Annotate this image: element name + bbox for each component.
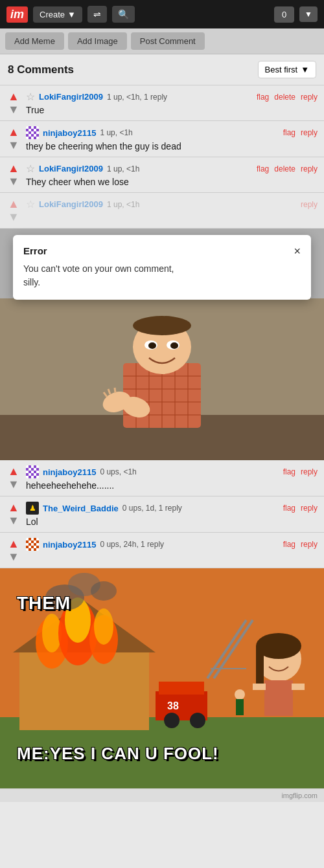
comment-text: heheeheehehehe.......: [26, 480, 318, 491]
vote-up-button[interactable]: ▲: [8, 91, 19, 102]
comment-meta: ninjaboy2115 0 ups, <1h flag reply: [26, 465, 318, 478]
vote-down-button[interactable]: ▼: [8, 478, 19, 490]
reply-link[interactable]: reply: [301, 540, 318, 549]
vote-down-button[interactable]: ▼: [8, 515, 19, 526]
meme-image-1: [0, 298, 324, 460]
comment-stats: 0 ups, 24h, 1 reply: [100, 540, 279, 549]
close-modal-button[interactable]: ×: [294, 245, 301, 257]
vote-column: ▲ ▼: [6, 538, 21, 562]
svg-point-17: [148, 342, 156, 349]
avatar: [26, 465, 39, 478]
comment-actions: flag reply: [283, 467, 318, 476]
comment-actions: flag reply: [283, 128, 318, 137]
comment-body: ☆ LokiFangirl2009 1 up, <1h reply: [26, 198, 318, 212]
svg-point-18: [170, 342, 178, 349]
error-message: You can't vote on your own comment,silly…: [23, 262, 301, 289]
username[interactable]: ninjaboy2115: [43, 128, 96, 138]
vote-column: ▲ ▼: [6, 502, 21, 526]
search-button[interactable]: 🔍: [112, 6, 135, 23]
vote-column: ▲ ▼: [6, 465, 21, 490]
vote-down-button[interactable]: ▼: [8, 139, 19, 151]
comment-meta: ☆ LokiFangirl2009 1 up, <1h flag delete …: [26, 162, 318, 175]
comment-text: Lol: [26, 517, 318, 527]
vote-column: ▲ ▼: [6, 126, 21, 151]
username[interactable]: LokiFangirl2009: [39, 92, 103, 102]
svg-line-23: [115, 388, 115, 393]
comment-item: ▲ ▼ ninjaboy2115 0 ups, 24h, 1 reply fla…: [0, 533, 324, 568]
vote-up-button[interactable]: ▲: [8, 465, 19, 477]
vote-down-button[interactable]: ▼: [8, 551, 19, 562]
reply-link[interactable]: reply: [301, 467, 318, 476]
username[interactable]: ninjaboy2115: [43, 467, 96, 477]
delete-link[interactable]: delete: [274, 164, 295, 173]
comment-body: ☆ LokiFangirl2009 1 up, <1h flag delete …: [26, 162, 318, 187]
add-meme-button[interactable]: Add Meme: [5, 32, 64, 50]
post-comment-button[interactable]: Post Comment: [131, 32, 205, 50]
vote-column: ▲ ▼: [6, 91, 21, 115]
delete-link[interactable]: delete: [274, 93, 295, 102]
username[interactable]: The_Weird_Baddie: [43, 504, 119, 513]
flag-link[interactable]: flag: [283, 540, 295, 549]
modal-area: ▲ ▼ ☆ LokiFangirl2009 1 up, <1h reply Er…: [0, 193, 324, 298]
vote-down-button[interactable]: ▼: [8, 175, 19, 187]
vote-up-button[interactable]: ▲: [8, 162, 19, 174]
avatar: [26, 126, 39, 139]
comment-actions: reply: [301, 200, 318, 209]
comment-stats: 0 ups, 1d, 1 reply: [122, 504, 279, 513]
vote-up-button[interactable]: ▲: [8, 538, 19, 550]
comment-actions: flag reply: [283, 504, 318, 513]
flag-link[interactable]: flag: [257, 93, 269, 102]
comment-actions: flag reply: [283, 540, 318, 549]
logo: im: [6, 6, 28, 23]
username: LokiFangirl2009: [39, 199, 103, 209]
create-button[interactable]: Create ▼: [33, 6, 82, 23]
avatar: ☆: [26, 91, 35, 103]
comment-actions: flag delete reply: [257, 93, 318, 102]
vote-up-button[interactable]: ▲: [8, 126, 19, 138]
comment-body: ninjaboy2115 1 up, <1h flag reply they b…: [26, 126, 318, 151]
comments-count: 8 Comments: [8, 63, 258, 76]
meme-top-label: THEM: [17, 593, 307, 614]
flag-link[interactable]: flag: [283, 504, 295, 513]
vote-up-button[interactable]: ▲: [8, 198, 19, 210]
flag-link[interactable]: flag: [283, 128, 295, 137]
comment-item: ▲ ▼ ninjaboy2115 0 ups, <1h flag reply h…: [0, 460, 324, 496]
error-title: Error: [23, 245, 47, 256]
reply-link[interactable]: reply: [301, 164, 318, 173]
username[interactable]: LokiFangirl2009: [39, 164, 103, 173]
meme-bottom-label: ME:YES I CAN U FOOL!: [17, 744, 307, 764]
flag-link[interactable]: flag: [257, 164, 269, 173]
meme1-svg: [0, 298, 324, 460]
comment-text: True: [26, 105, 318, 115]
imgflip-watermark: imgflip.com: [0, 788, 324, 802]
shuffle-button[interactable]: ⇌: [87, 6, 107, 23]
reply-link[interactable]: reply: [301, 93, 318, 102]
reply-link[interactable]: reply: [301, 504, 318, 513]
username[interactable]: ninjaboy2115: [43, 540, 96, 550]
svg-point-14: [133, 316, 191, 335]
avatar: [26, 538, 39, 551]
comments-header: 8 Comments Best first ▼: [0, 54, 324, 85]
reply-link[interactable]: reply: [301, 128, 318, 137]
comment-actions: flag delete reply: [257, 164, 318, 173]
vote-column: ▲ ▼: [6, 198, 21, 223]
vote-up-button[interactable]: ▲: [8, 502, 19, 513]
sort-icon: ▼: [301, 65, 309, 74]
meme-image-2: 38 THEM ME:YES I CAN U FOOL!: [0, 568, 324, 788]
error-modal-header: Error ×: [23, 245, 301, 257]
vote-down-button[interactable]: ▼: [8, 211, 19, 223]
add-image-button[interactable]: Add Image: [68, 32, 127, 50]
flag-link[interactable]: flag: [283, 467, 295, 476]
sort-button[interactable]: Best first ▼: [258, 61, 316, 78]
comment-body: ☆ LokiFangirl2009 1 up, <1h, 1 reply fla…: [26, 91, 318, 115]
comment-stats: 0 ups, <1h: [100, 467, 279, 476]
comment-text: They cheer when we lose: [26, 177, 318, 187]
comment-stats: 1 up, <1h: [100, 128, 279, 137]
comment-body: ♟ The_Weird_Baddie 0 ups, 1d, 1 reply fl…: [26, 502, 318, 527]
vote-down-button[interactable]: ▼: [8, 104, 19, 115]
nav-dropdown-button[interactable]: ▼: [299, 6, 318, 22]
comment-item: ▲ ▼ ninjaboy2115 1 up, <1h flag reply th…: [0, 121, 324, 157]
error-modal: Error × You can't vote on your own comme…: [13, 235, 311, 300]
comment-meta: ninjaboy2115 1 up, <1h flag reply: [26, 126, 318, 139]
comment-item: ▲ ▼ ☆ LokiFangirl2009 1 up, <1h, 1 reply…: [0, 85, 324, 121]
